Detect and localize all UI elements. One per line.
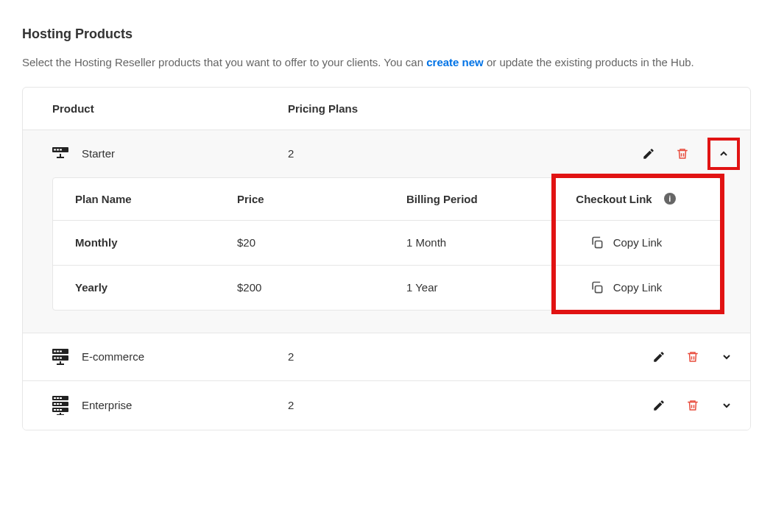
product-row-wrap: Enterprise 2	[23, 380, 750, 430]
svg-rect-30	[60, 413, 61, 414]
delete-icon[interactable]	[684, 348, 702, 366]
svg-rect-19	[54, 397, 56, 399]
chevron-down-icon[interactable]	[718, 397, 735, 414]
product-row-wrap: E-commerce 2	[23, 333, 750, 380]
product-row-enterprise[interactable]: Enterprise 2	[23, 381, 750, 430]
copy-link-label: Copy Link	[613, 236, 663, 249]
svg-rect-7	[595, 285, 601, 292]
svg-rect-25	[60, 403, 62, 405]
inner-header-price: Price	[237, 193, 406, 205]
copy-link-label: Copy Link	[613, 281, 663, 294]
svg-rect-5	[57, 157, 64, 158]
expanded-panel: Plan Name Price Billing Period Checkout …	[23, 177, 750, 333]
edit-icon[interactable]	[640, 145, 657, 163]
svg-rect-20	[57, 397, 59, 399]
product-plan-count: 2	[288, 147, 640, 160]
plan-period: 1 Month	[406, 236, 554, 249]
product-row-ecommerce[interactable]: E-commerce 2	[23, 333, 750, 380]
svg-rect-14	[57, 357, 59, 358]
product-plan-count: 2	[288, 399, 650, 411]
header-product: Product	[52, 102, 288, 115]
svg-rect-31	[57, 414, 64, 415]
svg-rect-10	[57, 350, 59, 352]
svg-rect-27	[54, 409, 56, 411]
header-pricing-plans: Pricing Plans	[288, 102, 721, 115]
chevron-down-icon[interactable]	[718, 348, 735, 366]
svg-rect-21	[60, 397, 62, 399]
svg-rect-9	[54, 350, 56, 352]
edit-icon[interactable]	[650, 348, 668, 366]
product-name: Enterprise	[82, 399, 132, 411]
plan-price: $20	[237, 236, 406, 249]
delete-icon[interactable]	[674, 145, 691, 163]
edit-icon[interactable]	[650, 397, 668, 414]
plan-price: $200	[237, 281, 406, 294]
server-icon	[52, 147, 68, 160]
svg-rect-3	[60, 149, 62, 150]
product-row-starter[interactable]: Starter 2	[23, 130, 750, 177]
chevron-up-icon[interactable]	[715, 145, 733, 163]
desc-pre: Select the Hosting Reseller products tha…	[22, 56, 426, 68]
svg-rect-13	[54, 357, 56, 358]
svg-rect-29	[60, 409, 62, 411]
svg-rect-4	[60, 154, 61, 157]
svg-rect-28	[57, 409, 59, 411]
highlight-toggle	[707, 138, 740, 170]
delete-icon[interactable]	[684, 397, 702, 414]
create-new-link[interactable]: create new	[426, 56, 484, 68]
copy-icon	[590, 280, 604, 295]
product-plan-count: 2	[288, 350, 650, 363]
inner-header: Plan Name Price Billing Period Checkout …	[53, 178, 720, 220]
plan-name: Yearly	[75, 281, 237, 294]
product-name: E-commerce	[82, 350, 144, 363]
copy-link-button[interactable]: Copy Link	[590, 280, 663, 295]
svg-rect-1	[54, 149, 56, 150]
info-icon[interactable]: i	[664, 193, 676, 205]
desc-post: or update the existing products in the H…	[484, 56, 694, 68]
svg-rect-17	[57, 363, 64, 365]
table-header: Product Pricing Plans	[23, 88, 750, 130]
svg-rect-23	[54, 403, 56, 405]
svg-rect-15	[60, 357, 62, 358]
server-icon	[52, 349, 68, 365]
svg-rect-24	[57, 403, 59, 405]
products-table: Product Pricing Plans Starter 2	[22, 87, 751, 430]
inner-header-checkout: Checkout Link i	[554, 193, 698, 205]
page-description: Select the Hosting Reseller products tha…	[22, 53, 751, 72]
inner-header-plan: Plan Name	[75, 193, 237, 205]
server-icon	[52, 396, 68, 415]
plan-row: Monthly $20 1 Month Copy Link	[53, 220, 720, 265]
checkout-header-text: Checkout Link	[576, 193, 652, 205]
product-row-wrap: Starter 2 Plan Name	[23, 130, 750, 333]
svg-rect-16	[60, 361, 61, 363]
copy-link-button[interactable]: Copy Link	[590, 235, 663, 250]
copy-icon	[590, 235, 604, 250]
inner-header-period: Billing Period	[406, 193, 554, 205]
plans-inner-table: Plan Name Price Billing Period Checkout …	[52, 177, 721, 311]
product-name: Starter	[82, 147, 115, 160]
page-title: Hosting Products	[22, 26, 751, 42]
plan-period: 1 Year	[406, 281, 554, 294]
svg-rect-2	[57, 149, 59, 150]
svg-rect-6	[595, 241, 601, 247]
plan-row: Yearly $200 1 Year Copy Link	[53, 265, 720, 310]
plan-name: Monthly	[75, 236, 237, 249]
svg-rect-11	[60, 350, 62, 352]
